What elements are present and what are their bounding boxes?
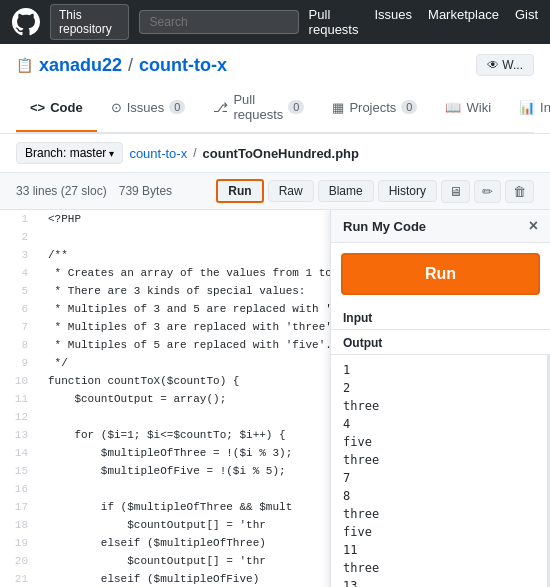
line-number: 19 bbox=[0, 534, 40, 552]
issues-tab-count: 0 bbox=[169, 100, 185, 114]
list-item: three bbox=[343, 451, 535, 469]
line-number: 11 bbox=[0, 390, 40, 408]
repo-title: 📋 xanadu22 / count-to-x 👁 W... bbox=[16, 54, 534, 76]
nav-links: Pull requests Issues Marketplace Gist bbox=[309, 7, 538, 37]
lines-info: 33 lines (27 sloc) bbox=[16, 184, 107, 198]
tab-wiki[interactable]: 📖 Wiki bbox=[431, 84, 505, 132]
run-big-button[interactable]: Run bbox=[341, 253, 540, 295]
branch-selector[interactable]: Branch: master ▾ bbox=[16, 142, 123, 164]
main-content: 1<?PHP23/**4 * Creates an array of the v… bbox=[0, 210, 550, 587]
blame-button[interactable]: Blame bbox=[318, 180, 374, 202]
pr-tab-count: 0 bbox=[288, 100, 304, 114]
repo-context: This repository bbox=[50, 4, 129, 40]
branch-label: Branch: master bbox=[25, 146, 106, 160]
github-logo-icon[interactable] bbox=[12, 8, 40, 36]
delete-icon-button[interactable]: 🗑 bbox=[505, 180, 534, 203]
insights-tab-icon: 📊 bbox=[519, 100, 535, 115]
line-number: 9 bbox=[0, 354, 40, 372]
line-number: 2 bbox=[0, 228, 40, 246]
tab-pull-requests[interactable]: ⎇ Pull requests 0 bbox=[199, 84, 318, 132]
line-number: 20 bbox=[0, 552, 40, 570]
file-meta-bar: 33 lines (27 sloc) 739 Bytes Run Raw Bla… bbox=[0, 173, 550, 210]
watch-button[interactable]: 👁 W... bbox=[476, 54, 534, 76]
projects-tab-icon: ▦ bbox=[332, 100, 344, 115]
projects-tab-count: 0 bbox=[401, 100, 417, 114]
branch-chevron-icon: ▾ bbox=[109, 148, 114, 159]
list-item: five bbox=[343, 433, 535, 451]
issues-nav[interactable]: Issues bbox=[374, 7, 412, 37]
input-section-label: Input bbox=[331, 305, 550, 330]
file-actions: Run Raw Blame History 🖥 ✏ 🗑 bbox=[216, 179, 534, 203]
history-button[interactable]: History bbox=[378, 180, 437, 202]
wiki-tab-icon: 📖 bbox=[445, 100, 461, 115]
issues-tab-label: Issues bbox=[127, 100, 165, 115]
repo-name[interactable]: count-to-x bbox=[139, 55, 227, 76]
file-size: 739 Bytes bbox=[119, 184, 172, 198]
line-number: 14 bbox=[0, 444, 40, 462]
tab-issues[interactable]: ⊙ Issues 0 bbox=[97, 84, 200, 132]
line-number: 1 bbox=[0, 210, 40, 228]
pr-tab-label: Pull requests bbox=[233, 92, 283, 122]
file-path-bar: Branch: master ▾ count-to-x / countToOne… bbox=[0, 134, 550, 173]
list-item: 2 bbox=[343, 379, 535, 397]
list-item: three bbox=[343, 505, 535, 523]
projects-tab-label: Projects bbox=[349, 100, 396, 115]
wiki-tab-label: Wiki bbox=[466, 100, 491, 115]
line-number: 12 bbox=[0, 408, 40, 426]
pr-tab-icon: ⎇ bbox=[213, 100, 228, 115]
list-item: 7 bbox=[343, 469, 535, 487]
line-number: 16 bbox=[0, 480, 40, 498]
breadcrumb-file: countToOneHundred.php bbox=[203, 146, 359, 161]
line-number: 3 bbox=[0, 246, 40, 264]
line-number: 6 bbox=[0, 300, 40, 318]
output-content[interactable]: 12three4fivethree78threefive11three1314t… bbox=[331, 355, 550, 587]
run-panel-header: Run My Code × bbox=[331, 210, 550, 243]
insights-tab-label: Insights bbox=[540, 100, 550, 115]
list-item: 1 bbox=[343, 361, 535, 379]
line-number: 15 bbox=[0, 462, 40, 480]
breadcrumb-separator: / bbox=[193, 146, 196, 160]
line-number: 21 bbox=[0, 570, 40, 587]
code-tab-icon: <> bbox=[30, 100, 45, 115]
run-my-code-panel: Run My Code × Run Input Output 12three4f… bbox=[330, 210, 550, 587]
issues-tab-icon: ⊙ bbox=[111, 100, 122, 115]
desktop-icon-button[interactable]: 🖥 bbox=[441, 180, 470, 203]
gist-nav[interactable]: Gist bbox=[515, 7, 538, 37]
line-number: 13 bbox=[0, 426, 40, 444]
raw-button[interactable]: Raw bbox=[268, 180, 314, 202]
line-number: 8 bbox=[0, 336, 40, 354]
line-number: 10 bbox=[0, 372, 40, 390]
line-number: 7 bbox=[0, 318, 40, 336]
list-item: three bbox=[343, 559, 535, 577]
list-item: 8 bbox=[343, 487, 535, 505]
run-panel-title: Run My Code bbox=[343, 219, 426, 234]
line-number: 17 bbox=[0, 498, 40, 516]
repo-owner[interactable]: xanadu22 bbox=[39, 55, 122, 76]
marketplace-nav[interactable]: Marketplace bbox=[428, 7, 499, 37]
line-number: 18 bbox=[0, 516, 40, 534]
tabs-bar: <> Code ⊙ Issues 0 ⎇ Pull requests 0 ▦ P… bbox=[16, 84, 534, 133]
output-section-label: Output bbox=[331, 330, 550, 355]
this-repository-label[interactable]: This repository bbox=[50, 4, 129, 40]
breadcrumb-repo-link[interactable]: count-to-x bbox=[129, 146, 187, 161]
close-panel-button[interactable]: × bbox=[529, 218, 538, 234]
pull-requests-nav[interactable]: Pull requests bbox=[309, 7, 359, 37]
tab-code[interactable]: <> Code bbox=[16, 84, 97, 132]
code-tab-label: Code bbox=[50, 100, 83, 115]
repo-header: 📋 xanadu22 / count-to-x 👁 W... <> Code ⊙… bbox=[0, 44, 550, 134]
repo-icon: 📋 bbox=[16, 57, 33, 73]
edit-icon-button[interactable]: ✏ bbox=[474, 180, 501, 203]
list-item: 13 bbox=[343, 577, 535, 587]
list-item: 11 bbox=[343, 541, 535, 559]
list-item: three bbox=[343, 397, 535, 415]
repo-slash: / bbox=[128, 55, 133, 76]
search-input[interactable] bbox=[139, 10, 299, 34]
list-item: 4 bbox=[343, 415, 535, 433]
run-button[interactable]: Run bbox=[216, 179, 263, 203]
line-number: 4 bbox=[0, 264, 40, 282]
tab-insights[interactable]: 📊 Insights ▾ bbox=[505, 84, 550, 132]
line-number: 5 bbox=[0, 282, 40, 300]
top-navigation: This repository Pull requests Issues Mar… bbox=[0, 0, 550, 44]
list-item: five bbox=[343, 523, 535, 541]
tab-projects[interactable]: ▦ Projects 0 bbox=[318, 84, 431, 132]
